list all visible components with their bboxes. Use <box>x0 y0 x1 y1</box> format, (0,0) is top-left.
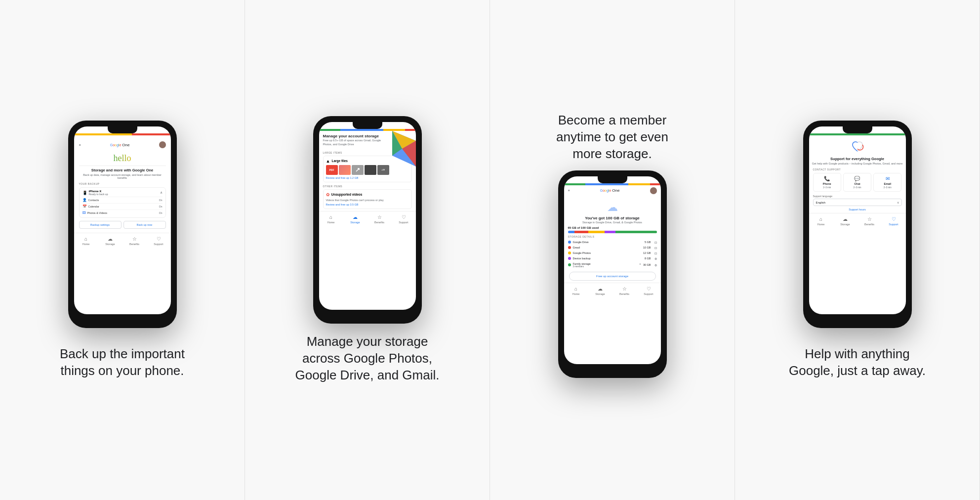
email-icon: ✉ <box>886 176 890 181</box>
notch-1 <box>108 126 137 133</box>
benefits-icon-1: ☆ <box>132 236 137 242</box>
photos-label-3: Google Photos <box>573 251 641 254</box>
nav-home-2[interactable]: ⌂ Home <box>319 214 343 224</box>
contact-email[interactable]: ✉ Email 2–3 min <box>873 173 901 192</box>
device-icon: 📱 <box>82 191 87 195</box>
support-icon-4: ♡ <box>892 216 896 222</box>
storage-icon-4: ☁ <box>843 216 848 222</box>
bottom-nav-4: ⌂ Home ☁ Storage ☆ Benefits ♡ Support <box>809 213 906 228</box>
contact-phone[interactable]: 📞 Phone 2–3 min <box>813 173 841 192</box>
bar-backup <box>605 231 615 233</box>
notch-3 <box>598 176 627 183</box>
nav-storage-label-4: Storage <box>840 223 850 226</box>
nav-storage-3[interactable]: ☁ Storage <box>588 286 612 295</box>
s1-avatar <box>159 141 166 148</box>
nav-home-1[interactable]: ⌂ Home <box>74 236 98 246</box>
nav-support-label-1: Support <box>154 243 163 246</box>
s1-google-logo: Google One <box>110 143 130 147</box>
s3-avatar <box>650 187 657 194</box>
device-status: Ready to back up <box>89 193 108 196</box>
nav-support-2[interactable]: ♡ Support <box>392 214 416 224</box>
drive-link-icon: ⊡ <box>654 241 657 244</box>
thumb-dark <box>365 165 376 175</box>
green-seg-3 <box>564 183 586 185</box>
hamburger-icon: ≡ <box>79 143 81 147</box>
storage-row-backup: Device backup 8 GB ⚙ <box>568 256 657 261</box>
contacts-icon: 👤 <box>82 198 87 202</box>
free-up-storage-button[interactable]: Free up account storage <box>569 272 656 281</box>
s3-storage-sub: Storage in Google Drive, Gmail, & Google… <box>564 221 661 224</box>
nav-benefits-2[interactable]: ☆ Benefits <box>368 214 392 224</box>
calendar-icon: 📅 <box>82 205 87 208</box>
nav-benefits-label-3: Benefits <box>619 292 629 295</box>
hello-text: hello <box>79 153 166 166</box>
phone-frame-4: Support for everything Google Get help w… <box>803 121 912 328</box>
chevron-down-icon-family: ∨ <box>639 262 641 265</box>
nav-home-4[interactable]: ⌂ Home <box>809 216 833 226</box>
s2-unsupported-sub: Videos that Google Photos can't process … <box>326 199 409 202</box>
family-members: 3 members <box>573 265 641 268</box>
drive-label: Google Drive <box>573 241 643 244</box>
s2-unsupported-card: ✿ Unsupported videos Videos that Google … <box>323 189 412 209</box>
gmail-value: 10 GB <box>643 246 651 249</box>
s4-header-icon <box>809 135 906 157</box>
s4-hours-link[interactable]: Support hours <box>813 208 902 211</box>
nav-storage-label-3: Storage <box>595 292 605 295</box>
backup-settings-button[interactable]: Backup settings <box>79 221 122 229</box>
panel-4-heading: Help with anythingGoogle, just a tap awa… <box>789 346 926 379</box>
gmail-link-icon: ⊡ <box>654 246 657 250</box>
s4-contact-label: CONTACT SUPPORT <box>813 168 902 171</box>
s2-manage-title: Manage your account storage <box>323 134 386 138</box>
s3-bar-section: 65 GB of 100 GB used STORAGE DETAILS Goo… <box>564 226 661 269</box>
nav-storage-2[interactable]: ☁ Storage <box>343 214 368 224</box>
nav-home-3[interactable]: ⌂ Home <box>564 286 588 295</box>
s1-buttons: Backup settings Back up now <box>79 221 166 229</box>
s1-section-label: YOUR BACKUP <box>79 182 166 185</box>
storage-icon-2: ☁ <box>353 214 358 220</box>
red-seg <box>132 133 170 135</box>
contact-chat[interactable]: 💬 Chat 2–3 min <box>843 173 871 192</box>
s2-review-unsupported[interactable]: Review and free up 3.5 GB <box>326 203 409 206</box>
gmail-label: Gmail <box>573 246 641 249</box>
nav-home-label-3: Home <box>572 292 580 295</box>
s4-title: Support for everything Google <box>809 157 906 161</box>
home-icon-3: ⌂ <box>574 286 577 292</box>
storage-used-label: 65 GB of 100 GB used <box>568 226 657 229</box>
back-up-now-button[interactable]: Back up now <box>123 221 166 229</box>
yellow-seg <box>74 133 132 135</box>
s4-lang-select[interactable]: English ∨ <box>813 199 902 206</box>
nav-benefits-4[interactable]: ☆ Benefits <box>858 216 882 226</box>
support-icon-2: ♡ <box>402 214 406 220</box>
email-label: Email <box>884 182 891 185</box>
bottom-nav-2: ⌂ Home ☁ Storage ☆ Benefits ♡ Support <box>319 211 416 226</box>
benefits-icon-4: ☆ <box>867 216 872 222</box>
nav-storage-label-1: Storage <box>105 243 115 246</box>
nav-home-label-2: Home <box>327 221 335 224</box>
s1-header: ≡ Google One <box>79 139 166 151</box>
thumb-pdf: PDF <box>326 165 338 175</box>
family-row: Family storage ∨ <box>573 262 641 265</box>
calendar-status: On <box>159 205 163 208</box>
storage-row-gmail: Gmail 10 GB ⊡ <box>568 245 657 250</box>
nav-support-label-3: Support <box>644 292 653 295</box>
nav-benefits-3[interactable]: ☆ Benefits <box>612 286 637 295</box>
phone-screen-1: ≡ Google One hello Storage and more with… <box>74 126 171 314</box>
nav-storage-4[interactable]: ☁ Storage <box>833 216 858 226</box>
phone-time: 2–3 min <box>823 186 831 189</box>
g-red2: e <box>119 143 121 147</box>
nav-support-label-4: Support <box>889 223 898 226</box>
nav-benefits-label-4: Benefits <box>864 223 874 226</box>
panel-3: Become a memberanytime to get evenmore s… <box>490 0 735 500</box>
nav-storage-1[interactable]: ☁ Storage <box>98 236 122 246</box>
nav-support-3[interactable]: ♡ Support <box>637 286 661 295</box>
home-icon-2: ⌂ <box>329 214 332 220</box>
nav-support-1[interactable]: ♡ Support <box>147 236 171 246</box>
nav-support-4[interactable]: ♡ Support <box>882 216 906 226</box>
s3-header: ≡ Google One <box>564 185 661 196</box>
storage-row-drive: Google Drive 5 GB ⊡ <box>568 240 657 245</box>
s2-review-large[interactable]: Review and free up 1.2 GB <box>326 176 409 179</box>
support-icon-3: ♡ <box>647 286 651 292</box>
backup-item-calendar: 📅 Calendar On <box>82 203 163 209</box>
nav-benefits-1[interactable]: ☆ Benefits <box>122 236 147 246</box>
screen-1-content: ≡ Google One hello Storage and more with… <box>74 135 171 233</box>
